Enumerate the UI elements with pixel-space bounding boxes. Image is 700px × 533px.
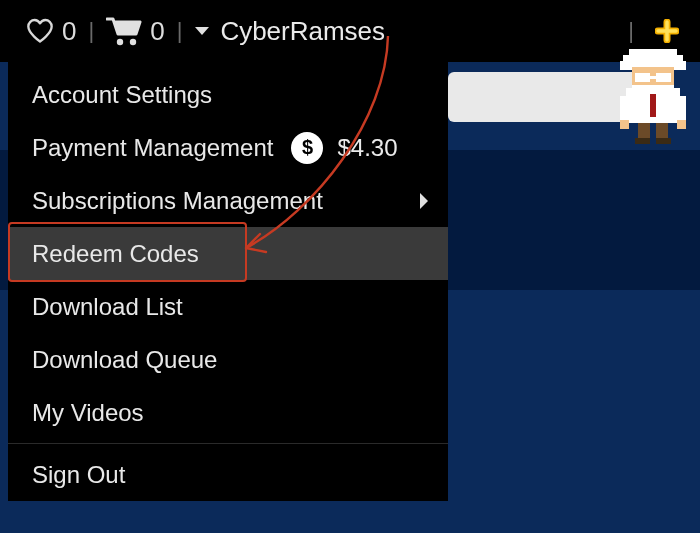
svg-rect-18 (677, 120, 686, 129)
menu-label: Payment Management (32, 134, 273, 162)
svg-rect-15 (674, 96, 686, 123)
menu-sign-out[interactable]: Sign Out (8, 448, 448, 501)
svg-rect-9 (656, 73, 671, 82)
separator: | (88, 18, 94, 44)
svg-rect-21 (635, 138, 650, 144)
wishlist-icon[interactable] (26, 18, 54, 44)
svg-rect-14 (620, 96, 632, 123)
menu-account-settings[interactable]: Account Settings (8, 68, 448, 121)
svg-rect-20 (656, 123, 668, 138)
svg-rect-10 (650, 76, 656, 79)
menu-label: Redeem Codes (32, 240, 199, 268)
cart-count: 0 (150, 16, 164, 47)
dollar-icon: $ (291, 132, 323, 164)
svg-rect-19 (638, 123, 650, 138)
svg-rect-16 (650, 94, 656, 118)
caret-down-icon (194, 25, 210, 37)
svg-rect-12 (626, 88, 679, 94)
menu-download-list[interactable]: Download List (8, 280, 448, 333)
separator: | (177, 18, 183, 44)
user-menu-trigger[interactable]: CyberRamses (194, 16, 385, 47)
svg-point-0 (117, 39, 123, 45)
menu-payment-management[interactable]: Payment Management $ $4.30 (8, 121, 448, 174)
top-header: 0 | 0 | CyberRamses | (0, 0, 700, 62)
menu-subscriptions[interactable]: Subscriptions Management (8, 174, 448, 227)
svg-rect-8 (635, 73, 650, 82)
menu-download-queue[interactable]: Download Queue (8, 333, 448, 386)
menu-my-videos[interactable]: My Videos (8, 386, 448, 439)
cart-icon[interactable] (106, 16, 142, 46)
menu-label: Download List (32, 293, 183, 321)
user-dropdown: Account Settings Payment Management $ $4… (8, 62, 448, 501)
svg-point-1 (130, 39, 136, 45)
separator: | (628, 18, 634, 44)
mascot-icon (614, 46, 692, 144)
menu-label: Download Queue (32, 346, 217, 374)
menu-label: Account Settings (32, 81, 212, 109)
svg-rect-17 (620, 120, 629, 129)
plus-icon[interactable] (652, 16, 682, 46)
username-label: CyberRamses (220, 16, 385, 47)
menu-divider (8, 443, 448, 444)
menu-label: Subscriptions Management (32, 187, 323, 215)
menu-label: Sign Out (32, 461, 125, 489)
wishlist-count: 0 (62, 16, 76, 47)
menu-label: My Videos (32, 399, 144, 427)
menu-redeem-codes[interactable]: Redeem Codes (8, 227, 448, 280)
balance-amount: $4.30 (337, 134, 397, 162)
chevron-right-icon (418, 192, 430, 210)
svg-rect-22 (656, 138, 671, 144)
